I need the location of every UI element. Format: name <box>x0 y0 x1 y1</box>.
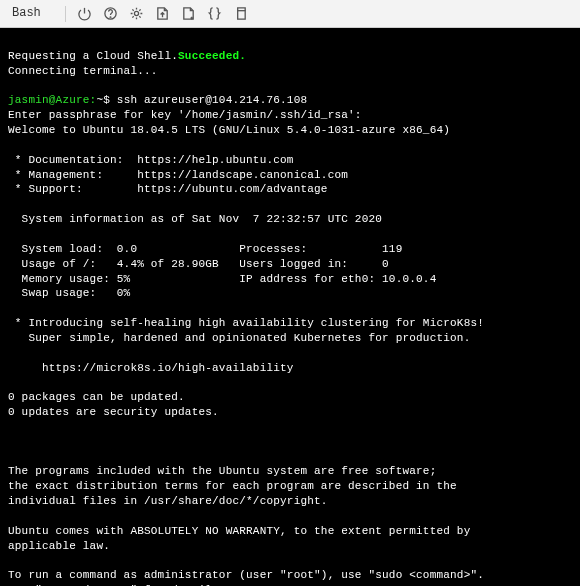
line: 0 updates are security updates. <box>8 406 219 418</box>
line: * Support: https://ubuntu.com/advantage <box>8 183 328 195</box>
shell-selector[interactable]: Bash <box>6 3 57 23</box>
toolbar-separator <box>65 6 66 22</box>
line: Welcome to Ubuntu 18.04.5 LTS (GNU/Linux… <box>8 124 450 136</box>
shell-selector-label: Bash <box>12 5 41 21</box>
line: * Documentation: https://help.ubuntu.com <box>8 154 294 166</box>
line: Super simple, hardened and opinionated K… <box>8 332 470 344</box>
line: https://microk8s.io/high-availability <box>8 362 294 374</box>
line: the exact distribution terms for each pr… <box>8 480 457 492</box>
line: individual files in /usr/share/doc/*/cop… <box>8 495 328 507</box>
upload-icon[interactable] <box>152 3 174 25</box>
line: 0 packages can be updated. <box>8 391 185 403</box>
line: Usage of /: 4.4% of 28.90GB Users logged… <box>8 258 389 270</box>
copy-icon[interactable] <box>230 3 252 25</box>
cloud-shell-toolbar: Bash <box>0 0 580 28</box>
line: Enter passphrase for key '/home/jasmin/.… <box>8 109 362 121</box>
line: Memory usage: 5% IP address for eth0: 10… <box>8 273 436 285</box>
line: Connecting terminal... <box>8 65 158 77</box>
svg-point-1 <box>110 17 111 18</box>
line: System information as of Sat Nov 7 22:32… <box>8 213 382 225</box>
settings-icon[interactable] <box>126 3 148 25</box>
command: $ ssh azureuser@104.214.76.108 <box>103 94 307 106</box>
line: System load: 0.0 Processes: 119 <box>8 243 402 255</box>
line: The programs included with the Ubuntu sy… <box>8 465 436 477</box>
line: * Introducing self-healing high availabi… <box>8 317 484 329</box>
svg-point-2 <box>135 11 139 15</box>
line: To run a command as administrator (user … <box>8 569 484 581</box>
new-file-icon[interactable] <box>178 3 200 25</box>
line: Requesting a Cloud Shell. <box>8 50 178 62</box>
power-icon[interactable] <box>74 3 96 25</box>
line: Swap usage: 0% <box>8 287 130 299</box>
svg-rect-3 <box>238 11 246 19</box>
prompt-user: jasmin@Azure: <box>8 94 96 106</box>
status-succeeded: Succeeded. <box>178 50 246 62</box>
line: Ubuntu comes with ABSOLUTELY NO WARRANTY… <box>8 525 470 537</box>
line: applicable law. <box>8 540 110 552</box>
line: * Management: https://landscape.canonica… <box>8 169 348 181</box>
braces-icon[interactable] <box>204 3 226 25</box>
help-icon[interactable] <box>100 3 122 25</box>
terminal-output[interactable]: Requesting a Cloud Shell.Succeeded. Conn… <box>0 28 580 586</box>
